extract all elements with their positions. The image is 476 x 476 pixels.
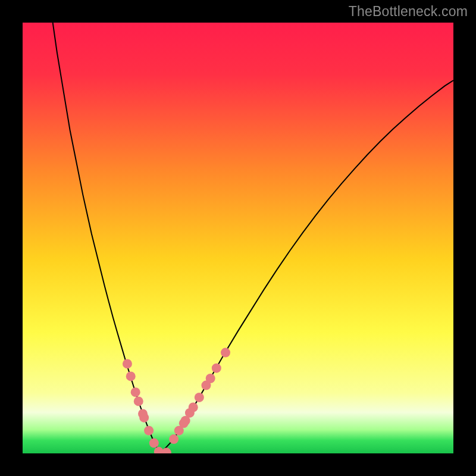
scatter-point <box>195 393 204 402</box>
scatter-point <box>169 434 178 444</box>
scatter-point <box>221 348 230 358</box>
outer-black-frame: TheBottleneck.com <box>0 0 476 476</box>
scatter-point <box>149 439 159 448</box>
scatter-point <box>134 396 143 406</box>
scatter-point <box>212 364 221 373</box>
scatter-point <box>139 413 149 422</box>
watermark-text: TheBottleneck.com <box>349 4 468 20</box>
scatter-point <box>123 359 132 368</box>
gradient-background <box>23 23 453 453</box>
scatter-point <box>206 374 215 383</box>
chart-canvas <box>23 23 453 453</box>
scatter-point <box>126 371 136 381</box>
scatter-point <box>144 426 154 436</box>
scatter-point <box>131 387 140 397</box>
scatter-point <box>189 403 198 412</box>
